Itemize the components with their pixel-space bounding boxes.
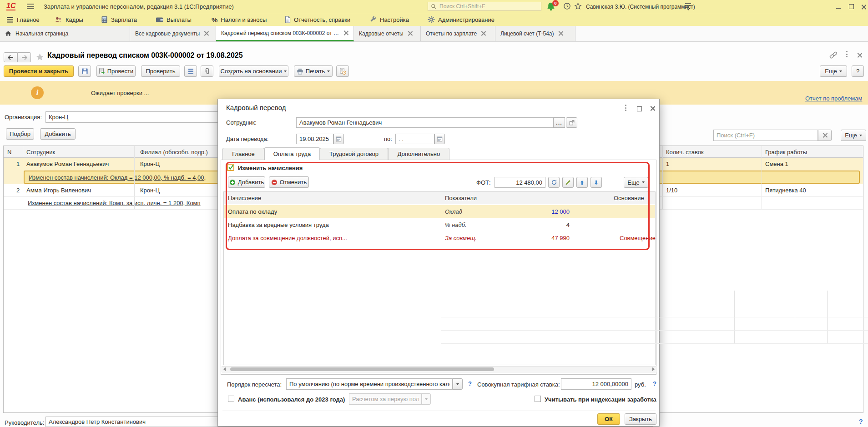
post-and-close-button[interactable]: Провести и закрыть [4, 65, 74, 77]
accrual-row-selected[interactable]: Оплата по окладу Оклад 12 000 [224, 205, 655, 218]
edit-pencil-button[interactable] [562, 177, 574, 188]
accrual-value: 4 [506, 221, 570, 228]
save-button[interactable] [78, 65, 91, 77]
dialog-cancel-accrual-button[interactable]: Отменить [269, 176, 309, 188]
dialog-add-button[interactable]: Добавить [228, 176, 265, 188]
date-to-field[interactable]: . . [395, 134, 434, 144]
global-search-input[interactable]: Поиск Ctrl+Shift+F [428, 2, 541, 11]
calendar-icon[interactable] [434, 134, 445, 144]
h-scrollbar-thumb[interactable] [230, 367, 494, 371]
menu-item-otchetnost[interactable]: Отчетность, справки [284, 13, 350, 26]
menu-item-zarplata[interactable]: Зарплата [101, 13, 137, 26]
menu-item-kadry[interactable]: Кадры [55, 13, 83, 26]
accrual-row[interactable]: Надбавка за вредные условия труда % надб… [224, 218, 655, 231]
restore-window-icon[interactable] [847, 3, 855, 10]
employee-field[interactable]: Авакумов Роман Геннадьевич [296, 117, 554, 128]
recalc-select[interactable]: По умолчанию (по норме времени производс… [286, 378, 453, 390]
scroll-left-icon[interactable] [223, 367, 226, 371]
favorite-star-icon[interactable] [35, 53, 44, 61]
menu-item-nalogi[interactable]: % Налоги и взносы [212, 13, 267, 26]
change-accruals-checkbox[interactable] [227, 164, 234, 171]
move-down-button[interactable] [590, 177, 602, 188]
advance-checkbox[interactable] [228, 396, 234, 402]
wrench-icon [369, 16, 377, 23]
tab-close-icon[interactable] [343, 30, 348, 35]
accruals-note[interactable]: Изменен состав начислений: Комп. за исп.… [28, 200, 201, 206]
minimize-icon[interactable] [834, 3, 843, 10]
tab-personnel-transfer-active[interactable]: Кадровый перевод списком 003К-000002 от … [216, 26, 354, 41]
attachments-paperclip-button[interactable] [201, 65, 213, 77]
tab-close-icon[interactable] [558, 31, 563, 36]
tab-salary-reports[interactable]: Отчеты по зарплате [421, 26, 495, 41]
dialog-tab-trudovoy-dogovor[interactable]: Трудовой договор [320, 148, 388, 160]
add-row-button[interactable]: Добавить [40, 128, 76, 140]
tariff-help-icon[interactable]: ? [653, 380, 656, 387]
check-button[interactable]: Проверить [141, 65, 180, 77]
menu-item-nastroika[interactable]: Настройка [369, 13, 409, 26]
recalc-help-icon[interactable]: ? [468, 380, 472, 387]
dialog-close-icon[interactable] [650, 105, 656, 111]
structure-list-button[interactable] [184, 65, 197, 77]
menu-item-vyplaty[interactable]: Выплаты [156, 13, 192, 26]
get-link-icon[interactable] [829, 51, 838, 59]
dialog-tab-oplata-truda[interactable]: Оплата труда [264, 147, 320, 160]
accrual-row[interactable]: Доплата за совмещение должностей, исп...… [224, 231, 655, 245]
advance-dropdown-icon [422, 393, 431, 405]
tab-home[interactable]: Начальная страница [0, 26, 130, 41]
clear-search-button[interactable] [818, 130, 832, 141]
transfer-date-field[interactable]: 19.08.2025 [296, 134, 333, 144]
problems-report-link[interactable]: Отчет по проблемам [805, 95, 862, 102]
menu-item-administrirovanie[interactable]: Администрирование [428, 13, 495, 26]
recalc-dropdown-icon[interactable] [453, 378, 463, 390]
posting-journal-button[interactable] [336, 65, 349, 77]
refresh-button[interactable] [548, 177, 560, 188]
list-more-button[interactable]: Еще [841, 130, 866, 141]
tab-personal-account[interactable]: Лицевой счет (Т-54а) [495, 26, 575, 41]
notification-badge: 8 [552, 0, 559, 6]
scroll-right-icon[interactable] [652, 367, 655, 371]
document-more-button[interactable]: Еще [820, 65, 847, 77]
tariff-field[interactable]: 12 000,00000 [561, 378, 631, 390]
dialog-tab-dopolnitelno[interactable]: Дополнительно [388, 148, 449, 160]
ok-button[interactable]: ОК [597, 413, 620, 425]
close-document-icon[interactable] [857, 51, 864, 59]
move-up-button[interactable] [576, 177, 588, 188]
tab-close-icon[interactable] [481, 31, 486, 36]
h-scrollbar[interactable] [222, 366, 656, 372]
col-basis: Основание [614, 195, 644, 201]
dialog-kebab-icon[interactable] [625, 105, 626, 111]
dialog-close-button[interactable]: Закрыть [625, 413, 656, 425]
fot-field[interactable]: 12 480,00 [495, 177, 545, 188]
print-button[interactable]: Печать [294, 65, 333, 77]
employee-open-button[interactable] [566, 117, 577, 128]
calendar-icon[interactable] [333, 134, 344, 144]
history-icon[interactable] [563, 2, 571, 10]
back-button[interactable] [4, 52, 17, 62]
main-menu-icon[interactable] [26, 3, 35, 10]
close-window-icon[interactable] [860, 3, 867, 10]
date-to-label: по: [384, 136, 392, 142]
page-title: Кадровый перевод списком 003К-000002 от … [47, 51, 243, 60]
menu-item-glavnoe[interactable]: Главное [6, 13, 40, 26]
accruals-note[interactable]: Изменен состав начислений: Оклад = 12 00… [29, 174, 206, 181]
list-search-input[interactable]: Поиск (Ctrl+F) [713, 130, 818, 141]
tab-all-hr-documents[interactable]: Все кадровые документы [130, 26, 216, 41]
more-actions-kebab-icon[interactable] [846, 51, 848, 57]
post-button[interactable]: Провести [96, 65, 136, 77]
tab-close-icon[interactable] [408, 31, 413, 36]
pick-button[interactable]: Подбор [6, 128, 34, 140]
employee-choose-button[interactable]: ... [553, 117, 565, 128]
cell-employee: Авакумов Роман Геннадьевич [26, 161, 109, 167]
accruals-more-button[interactable]: Еще [624, 177, 648, 188]
dialog-tab-glavnoe[interactable]: Главное [222, 148, 264, 160]
tab-hr-reports[interactable]: Кадровые отчеты [354, 26, 421, 41]
document-help-button[interactable]: ? [852, 65, 864, 77]
create-based-on-button[interactable]: Создать на основании [219, 65, 288, 77]
user-menu-icon[interactable] [685, 3, 691, 10]
dialog-maximize-icon[interactable] [637, 106, 642, 113]
indexation-checkbox[interactable] [535, 396, 541, 402]
favorites-star-icon[interactable] [574, 2, 582, 10]
forward-button[interactable] [17, 52, 31, 62]
tab-close-icon[interactable] [204, 31, 209, 36]
bottom-help-link[interactable]: ? [859, 418, 863, 425]
